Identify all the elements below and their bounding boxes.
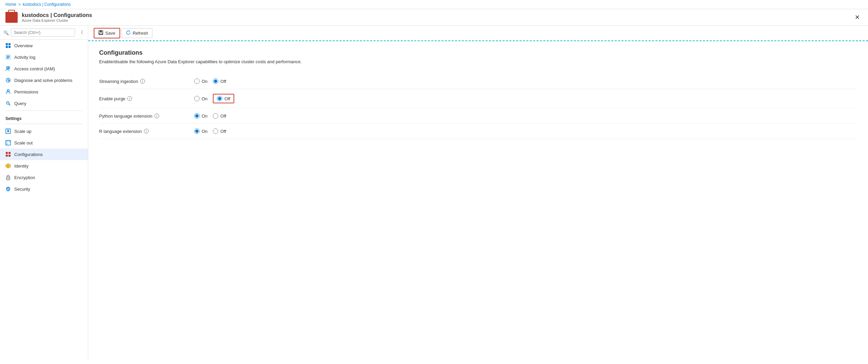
sidebar-item-iam-label: Access control (IAM) — [14, 66, 55, 71]
sidebar-item-scale-out-label: Scale out — [14, 140, 33, 145]
sidebar-item-encryption[interactable]: Encryption — [0, 172, 88, 183]
python-extension-on-label: On — [202, 114, 207, 119]
sidebar-item-iam[interactable]: Access control (IAM) — [0, 63, 88, 74]
sidebar-item-overview[interactable]: Overview — [0, 40, 88, 51]
sidebar-item-query[interactable]: Query — [0, 98, 88, 109]
r-extension-off[interactable]: Off — [213, 128, 226, 134]
config-row-python-extension: Python language extension i On Off — [99, 108, 857, 124]
sidebar-item-encryption-label: Encryption — [14, 175, 35, 180]
sidebar-item-scale-out[interactable]: Scale out — [0, 137, 88, 149]
scale-up-icon — [5, 128, 11, 134]
breadcrumb-current: kustodocs | Configurations — [23, 2, 71, 7]
sidebar-item-security[interactable]: Security — [0, 183, 88, 195]
svg-rect-30 — [100, 31, 102, 32]
svg-rect-1 — [8, 43, 11, 45]
streaming-ingestion-on[interactable]: On — [194, 79, 207, 84]
app-header-text: kustodocs | Configurations Azure Data Ex… — [22, 12, 92, 22]
save-icon — [98, 30, 103, 36]
enable-purge-info-icon[interactable]: i — [127, 96, 132, 101]
refresh-button[interactable]: Refresh — [122, 28, 153, 38]
svg-rect-24 — [8, 155, 11, 157]
activity-log-icon — [5, 54, 11, 60]
svg-rect-21 — [6, 152, 8, 154]
close-button[interactable]: ✕ — [852, 12, 863, 22]
svg-line-14 — [9, 104, 10, 105]
streaming-ingestion-off-radio[interactable] — [213, 79, 218, 84]
enable-purge-on[interactable]: On — [194, 96, 207, 101]
r-extension-on-radio[interactable] — [194, 128, 200, 134]
enable-purge-off-label: Off — [224, 96, 230, 101]
breadcrumb-home[interactable]: Home — [5, 2, 16, 7]
sidebar-item-configurations-label: Configurations — [14, 152, 43, 157]
streaming-ingestion-on-label: On — [202, 79, 207, 84]
streaming-ingestion-radio-group: On Off — [194, 79, 226, 84]
svg-rect-23 — [6, 155, 8, 157]
python-extension-off-label: Off — [220, 114, 226, 119]
sidebar-item-permissions[interactable]: Permissions — [0, 86, 88, 98]
diagnose-icon — [5, 77, 11, 83]
refresh-icon — [126, 30, 131, 36]
search-icon: 🔍 — [3, 30, 9, 35]
enable-purge-label: Enable purge i — [99, 96, 194, 101]
svg-rect-19 — [8, 141, 10, 142]
python-extension-on[interactable]: On — [194, 113, 207, 119]
python-extension-off[interactable]: Off — [213, 113, 226, 119]
security-icon — [5, 186, 11, 192]
enable-purge-on-radio[interactable] — [194, 96, 200, 101]
page-description: Enable/disable the following Azure Data … — [99, 59, 857, 64]
python-extension-label: Python language extension i — [99, 114, 194, 119]
nav-list: Overview Activity log — [0, 40, 88, 360]
r-extension-info-icon[interactable]: i — [144, 129, 149, 134]
toolbar: Save Refresh — [88, 26, 868, 41]
sidebar-item-identity-label: Identity — [14, 163, 29, 169]
sidebar-item-scale-up[interactable]: Scale up — [0, 125, 88, 137]
enable-purge-off-radio[interactable] — [217, 96, 222, 101]
save-button[interactable]: Save — [94, 28, 120, 38]
streaming-ingestion-on-radio[interactable] — [194, 79, 200, 84]
sidebar-item-configurations[interactable]: Configurations — [0, 149, 88, 160]
enable-purge-off[interactable]: Off — [217, 96, 230, 101]
page-title: Configurations — [99, 49, 857, 56]
sidebar-item-scale-up-label: Scale up — [14, 129, 32, 134]
save-label: Save — [105, 31, 115, 36]
query-icon — [5, 101, 11, 106]
collapse-button[interactable]: 《 — [77, 29, 85, 36]
configurations-icon — [5, 152, 11, 157]
search-bar: 🔍 《 — [0, 26, 88, 40]
streaming-ingestion-off-label: Off — [220, 79, 226, 84]
permissions-icon — [5, 89, 11, 94]
enable-purge-off-highlighted: Off — [213, 94, 234, 103]
python-extension-radio-group: On Off — [194, 113, 226, 119]
refresh-label: Refresh — [133, 31, 148, 36]
r-extension-off-radio[interactable] — [213, 128, 218, 134]
r-extension-on[interactable]: On — [194, 128, 207, 134]
iam-icon — [5, 66, 11, 71]
content-area: Save Refresh Configurations Enable/disab… — [88, 26, 868, 360]
svg-point-28 — [8, 178, 9, 179]
python-extension-off-radio[interactable] — [213, 113, 218, 119]
sidebar-item-diagnose[interactable]: Diagnose and solve problems — [0, 74, 88, 86]
streaming-ingestion-off[interactable]: Off — [213, 79, 226, 84]
python-extension-on-radio[interactable] — [194, 113, 200, 119]
svg-text:K: K — [7, 165, 9, 168]
python-extension-info-icon[interactable]: i — [154, 114, 159, 118]
svg-rect-3 — [8, 46, 11, 48]
sidebar-item-activity-log[interactable]: Activity log — [0, 51, 88, 63]
svg-rect-0 — [6, 43, 8, 45]
enable-purge-radio-group: On Off — [194, 94, 234, 103]
config-row-r-extension: R language extension i On Off — [99, 124, 857, 139]
config-row-enable-purge: Enable purge i On Off — [99, 89, 857, 108]
svg-rect-16 — [6, 129, 11, 134]
streaming-ingestion-info-icon[interactable]: i — [140, 79, 145, 84]
svg-rect-2 — [6, 46, 8, 48]
svg-rect-31 — [99, 33, 103, 34]
app-title: kustodocs | Configurations — [22, 12, 92, 18]
r-extension-label: R language extension i — [99, 129, 194, 134]
settings-section-label: Settings — [0, 112, 88, 122]
sidebar-item-identity[interactable]: K Identity — [0, 160, 88, 172]
app-icon — [5, 12, 18, 23]
nav-divider-2 — [5, 124, 82, 124]
sidebar-item-query-label: Query — [14, 101, 26, 106]
main-layout: 🔍 《 Overview — [0, 26, 868, 360]
search-input[interactable] — [11, 29, 75, 37]
